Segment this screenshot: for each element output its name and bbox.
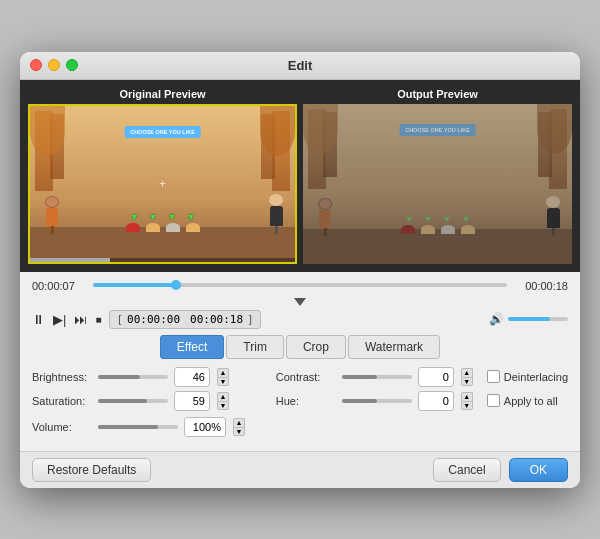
output-preview-label: Output Preview [303,88,572,100]
hue-row: Hue: 0 ▲ ▼ Apply to all [276,391,568,411]
deinterlacing-row: Deinterlacing [487,370,568,383]
deinterlacing-checkbox[interactable] [487,370,500,383]
timecode-in[interactable]: 00:00:00 [127,313,180,326]
contrast-label: Contrast: [276,371,336,383]
transport-row: ⏸ ▶| ⏭ ■ [ 00:00:00 00:00:18 ] 🔊 [32,310,568,329]
ok-button[interactable]: OK [509,458,568,482]
output-scene: CHOOSE ONE YOU LIKE [303,104,572,264]
contrast-up[interactable]: ▲ [461,368,473,377]
restore-defaults-button[interactable]: Restore Defaults [32,458,151,482]
volume-row: Volume: 100% ▲ ▼ [32,417,568,437]
preview-area: Original Preview CHOOSE ONE YOU LIKE [20,80,580,272]
saturation-up[interactable]: ▲ [217,392,229,401]
right-buttons: Cancel OK [433,458,568,482]
hue-label: Hue: [276,395,336,407]
output-ground [303,229,572,264]
brightness-value[interactable]: 46 [174,367,210,387]
timeline-track[interactable] [93,281,507,291]
seek-marker [294,298,306,306]
original-preview-panel: Original Preview CHOOSE ONE YOU LIKE [28,88,297,264]
window-title: Edit [288,58,313,73]
brightness-up[interactable]: ▲ [217,368,229,377]
timecode-out[interactable]: 00:00:18 [190,313,243,326]
saturation-value[interactable]: 59 [174,391,210,411]
contrast-stepper[interactable]: ▲ ▼ [461,368,473,386]
tab-watermark[interactable]: Watermark [348,335,440,359]
output-banner: CHOOSE ONE YOU LIKE [399,124,476,136]
minimize-button[interactable] [48,59,60,71]
timeline-end-time: 00:00:18 [513,280,568,292]
apply-all-label: Apply to all [504,395,558,407]
saturation-slider[interactable] [98,399,168,403]
volume-stepper[interactable]: ▲ ▼ [233,418,245,436]
saturation-row: Saturation: 59 ▲ ▼ [32,391,264,411]
hue-up[interactable]: ▲ [461,392,473,401]
original-preview-frame: CHOOSE ONE YOU LIKE [28,104,297,264]
volume-down[interactable]: ▼ [233,427,245,436]
apply-all-checkbox[interactable] [487,394,500,407]
maximize-button[interactable] [66,59,78,71]
timecode-area: [ 00:00:00 00:00:18 ] [109,310,260,329]
next-frame-button[interactable]: ⏭ [74,312,87,327]
brightness-slider[interactable] [98,375,168,379]
cancel-button[interactable]: Cancel [433,458,500,482]
hue-slider[interactable] [342,399,412,403]
traffic-lights [30,59,78,71]
brightness-label: Brightness: [32,371,92,383]
saturation-down[interactable]: ▼ [217,401,229,410]
original-banner: CHOOSE ONE YOU LIKE [124,126,201,138]
tab-crop[interactable]: Crop [286,335,346,359]
volume-icon: 🔊 [489,312,504,326]
hue-stepper[interactable]: ▲ ▼ [461,392,473,410]
saturation-label: Saturation: [32,395,92,407]
close-button[interactable] [30,59,42,71]
brightness-down[interactable]: ▼ [217,377,229,386]
output-preview-panel: Output Preview CHOOSE ONE YOU LIKE [303,88,572,264]
controls-area: 00:00:07 00:00:18 ⏸ ▶| ⏭ ■ [ 00:00:00 00… [20,272,580,451]
titlebar: Edit [20,52,580,80]
deinterlacing-label: Deinterlacing [504,371,568,383]
edit-window: Edit Original Preview CHOOSE ONE YOU [20,52,580,488]
volume-value[interactable]: 100% [184,417,226,437]
timeline-row: 00:00:07 00:00:18 [32,280,568,292]
brightness-row: Brightness: 46 ▲ ▼ [32,367,264,387]
contrast-slider[interactable] [342,375,412,379]
tab-trim[interactable]: Trim [226,335,284,359]
contrast-value[interactable]: 0 [418,367,454,387]
volume-label: Volume: [32,421,92,433]
hue-value[interactable]: 0 [418,391,454,411]
volume-up[interactable]: ▲ [233,418,245,427]
apply-all-row: Apply to all [487,394,558,407]
bracket-left: [ [116,313,123,326]
saturation-stepper[interactable]: ▲ ▼ [217,392,229,410]
tab-effect[interactable]: Effect [160,335,224,359]
brightness-stepper[interactable]: ▲ ▼ [217,368,229,386]
original-preview-label: Original Preview [28,88,297,100]
contrast-down[interactable]: ▼ [461,377,473,386]
stop-button[interactable]: ■ [95,314,101,325]
original-ground [30,227,295,262]
original-scene: CHOOSE ONE YOU LIKE [30,106,295,262]
output-preview-frame: CHOOSE ONE YOU LIKE [303,104,572,264]
volume-ctrl-slider[interactable] [98,425,178,429]
hue-down[interactable]: ▼ [461,401,473,410]
volume-slider[interactable] [508,317,568,321]
volume-area: 🔊 [489,312,568,326]
timeline-start-time: 00:00:07 [32,280,87,292]
bracket-right: ] [247,313,254,326]
pause-button[interactable]: ⏸ [32,312,45,327]
params-grid: Brightness: 46 ▲ ▼ Contrast: 0 ▲ [32,367,568,411]
play-button[interactable]: ▶| [53,312,66,327]
bottom-bar: Restore Defaults Cancel OK [20,451,580,488]
contrast-row: Contrast: 0 ▲ ▼ Deinterlacing [276,367,568,387]
tabs-row: Effect Trim Crop Watermark [32,335,568,359]
